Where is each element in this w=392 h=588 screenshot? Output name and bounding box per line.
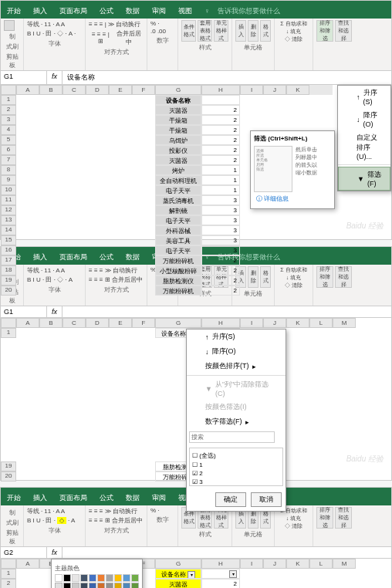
filter-search[interactable] [189,431,275,443]
number-filter[interactable]: 数字筛选(F) ▸ [187,414,286,429]
color-swatch[interactable] [89,583,96,588]
color-filter: 按颜色筛选(I) [187,400,286,414]
data-cell[interactable]: 投影仪 [155,145,201,155]
sort-filter-button[interactable]: 排序和筛选 [316,20,333,42]
color-swatch[interactable] [63,583,71,588]
color-swatch[interactable] [80,583,88,588]
color-swatch[interactable] [55,574,63,582]
color-swatch[interactable] [114,583,122,588]
formula-bar: G1 fx 设备名称 [1,71,391,85]
sort-desc[interactable]: ↓ 降序(O) [187,344,286,359]
data-cell[interactable]: 3 [201,235,240,245]
data-cell[interactable]: 3 [201,215,240,225]
formula-value[interactable]: 设备名称 [63,71,391,84]
color-swatch[interactable] [131,583,139,588]
data-cell[interactable]: 3 [201,225,240,235]
cond-format-button[interactable]: 条件格式 [181,20,196,42]
data-cell[interactable]: 2 [201,115,240,125]
sort-desc-item[interactable]: ↓ 降序(O) [338,108,390,130]
header-cell[interactable]: 设备名称 [155,95,201,105]
fx-icon[interactable]: fx [47,71,63,84]
data-cell[interactable]: 3 [201,205,240,215]
data-cell[interactable]: 2 [201,286,240,296]
clear-filter: ▼ 从"列"中清除筛选(C) [187,377,286,400]
data-cell[interactable]: 1 [201,165,240,175]
color-swatch[interactable] [72,583,79,588]
filter-item[interactable]: ▼ 筛选(F) [338,167,390,191]
data-cell[interactable]: 小型核酸粉碎机 [155,265,201,275]
tab-insert[interactable]: 插入 [27,4,53,19]
data-cell[interactable]: 脂肪检测仪 [155,275,201,286]
tab-review[interactable]: 审阅 [146,4,172,19]
data-cell[interactable]: 灭菌器 [155,105,201,115]
data-cell[interactable]: 1 [201,185,240,195]
find-select-button[interactable]: 查找和选择 [335,20,352,42]
data-cell[interactable]: 3 [201,245,240,255]
tab-view[interactable]: 视图 [172,4,198,19]
data-cell[interactable]: 电子天平 [155,215,201,225]
screenshot-1: 开始 插入 页面布局 公式 数据 审阅 视图 ♀ 告诉我你想要做什么 制 式刷 … [0,0,392,240]
color-swatch[interactable] [97,574,105,582]
insert-cell-button[interactable]: 插入 [235,20,246,42]
sort-asc-item[interactable]: ↑ 升序(S) [338,86,390,108]
tell-me[interactable]: ♀ 告诉我你想要做什么 [198,4,292,19]
tab-formulas[interactable]: 公式 [93,4,120,19]
data-cell[interactable]: 2 [201,255,240,265]
ok-button[interactable]: 确定 [215,492,246,507]
data-cell[interactable]: 万能粉碎机 [155,255,201,265]
data-cell[interactable]: 解剖镜 [155,205,201,215]
color-swatch[interactable] [131,574,139,582]
sort-color[interactable]: 按颜色排序(T) ▸ [187,359,286,373]
tab-home[interactable]: 开始 [1,4,27,19]
data-cell[interactable]: 2 [201,155,240,165]
data-cell[interactable]: 1 [201,175,240,185]
paste-icon[interactable] [4,20,15,31]
data-cell[interactable]: 灭菌器 [155,579,201,588]
cell-styles-button[interactable]: 单元格样式 [214,20,228,42]
color-swatch[interactable] [123,574,130,582]
color-swatch[interactable] [80,574,88,582]
tab-data[interactable]: 数据 [120,4,146,19]
data-cell[interactable]: 外科器械 [155,225,201,235]
name-box[interactable]: G1 [1,71,47,84]
data-cell[interactable]: 美容工具 [155,235,201,245]
data-cell[interactable]: 2 [201,125,240,135]
ribbon-body: 制 式刷 剪贴板 等线 · 11 · A A B I U · 田 · ◇ · A… [1,19,391,71]
data-cell[interactable]: 电子天平 [155,185,201,195]
sort-asc[interactable]: ↑ 升序(S) [187,329,286,344]
data-cell[interactable]: 灭菌器 [155,155,201,165]
data-cell[interactable]: 2 [201,105,240,115]
tab-layout[interactable]: 页面布局 [53,4,93,19]
cancel-button[interactable]: 取消 [251,492,282,507]
data-cell[interactable]: 2 [201,145,240,155]
data-cell[interactable]: 万能粉碎机 [155,286,201,296]
color-swatch[interactable] [123,583,130,588]
color-swatch[interactable] [106,574,113,582]
data-cell[interactable]: 2 [201,265,240,275]
color-swatch[interactable] [114,574,122,582]
fill-color-picker: 主题颜色 标准色 ▭ 无填充(N) 🎨 其他颜色(M)... [51,559,143,588]
data-cell[interactable]: 蒸氏消毒机 [155,195,201,205]
data-cell[interactable]: 全自动料理机 [155,175,201,185]
data-cell[interactable]: 电子天平 [155,245,201,255]
data-cell[interactable]: 2 [201,579,240,588]
format-cell-button[interactable]: 格式 [260,20,271,42]
data-cell[interactable]: 2 [201,275,240,286]
filter-checklist[interactable]: ☐ (全选) ☐ 1 ☑ 2 ☑ 3 [189,448,283,486]
color-swatch[interactable] [63,574,71,582]
custom-sort-item[interactable]: 自定义排序(U)... [338,130,390,163]
data-cell[interactable]: 干燥箱 [155,125,201,135]
color-swatch[interactable] [97,583,105,588]
color-swatch[interactable] [106,583,113,588]
color-swatch[interactable] [89,574,96,582]
data-cell[interactable]: 2 [201,135,240,145]
data-cell[interactable]: 乌饵炉 [155,135,201,145]
delete-cell-button[interactable]: 删除 [248,20,259,42]
data-cell[interactable]: 3 [201,195,240,205]
table-format-button[interactable]: 套用表格格式 [198,20,212,42]
color-swatch[interactable] [72,574,79,582]
data-cell[interactable]: 干燥箱 [155,115,201,125]
color-swatch[interactable] [55,583,63,588]
data-cell[interactable]: 烤炉 [155,165,201,175]
details-link[interactable]: ⓘ 详细信息 [254,192,331,205]
